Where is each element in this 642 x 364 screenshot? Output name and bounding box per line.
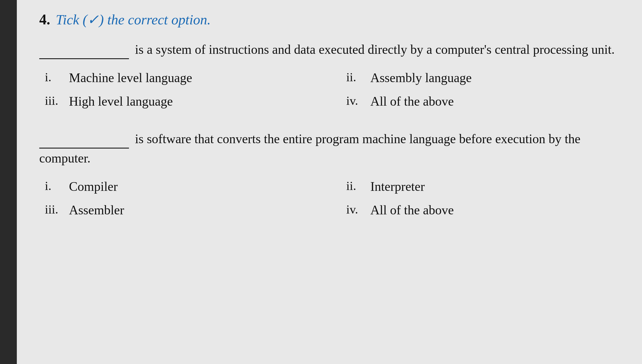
question1-body: is a system of instructions and data exe… (135, 42, 615, 57)
option-1ii-text: Assembly language (370, 68, 472, 88)
option-1iii: iii. High level language (45, 91, 324, 112)
option-2iii: iii. Assembler (45, 200, 324, 221)
option-1iv-roman: iv. (346, 91, 366, 111)
option-1ii-roman: ii. (346, 68, 366, 87)
option-2iv: iv. All of the above (346, 200, 625, 221)
option-1i-roman: i. (45, 68, 64, 87)
option-1iv: iv. All of the above (346, 91, 625, 112)
option-2iii-roman: iii. (45, 200, 64, 219)
option-1i-text: Machine level language (69, 68, 192, 88)
question2-options: i. Compiler ii. Interpreter iii. Assembl… (39, 176, 625, 220)
option-2iii-text: Assembler (69, 200, 124, 221)
option-2iv-roman: iv. (346, 200, 366, 219)
question-block-1: is a system of instructions and data exe… (39, 39, 625, 112)
question1-text: is a system of instructions and data exe… (39, 39, 625, 59)
option-2ii-text: Interpreter (370, 176, 425, 197)
option-2i-text: Compiler (69, 176, 118, 197)
blank-2 (39, 128, 129, 149)
option-2i-roman: i. (45, 176, 64, 196)
option-1i: i. Machine level language (45, 68, 324, 88)
question-header: 4. Tick (✓) the correct option. (39, 11, 625, 28)
question2-text: is software that converts the entire pro… (39, 128, 625, 168)
option-1ii: ii. Assembly language (346, 68, 625, 88)
option-1iii-roman: iii. (45, 91, 64, 111)
question-block-2: is software that converts the entire pro… (39, 128, 625, 220)
option-2ii-roman: ii. (346, 176, 366, 196)
question-number: 4. (39, 11, 50, 28)
option-2iv-text: All of the above (370, 200, 454, 221)
blank-1 (39, 39, 129, 59)
question-instruction: Tick (✓) the correct option. (56, 11, 211, 28)
option-1iv-text: All of the above (370, 91, 454, 112)
option-2ii: ii. Interpreter (346, 176, 625, 197)
option-1iii-text: High level language (69, 91, 173, 112)
left-bar (0, 0, 17, 364)
option-2i: i. Compiler (45, 176, 324, 197)
page-content: 4. Tick (✓) the correct option. is a sys… (17, 0, 642, 364)
question1-options: i. Machine level language ii. Assembly l… (39, 68, 625, 112)
